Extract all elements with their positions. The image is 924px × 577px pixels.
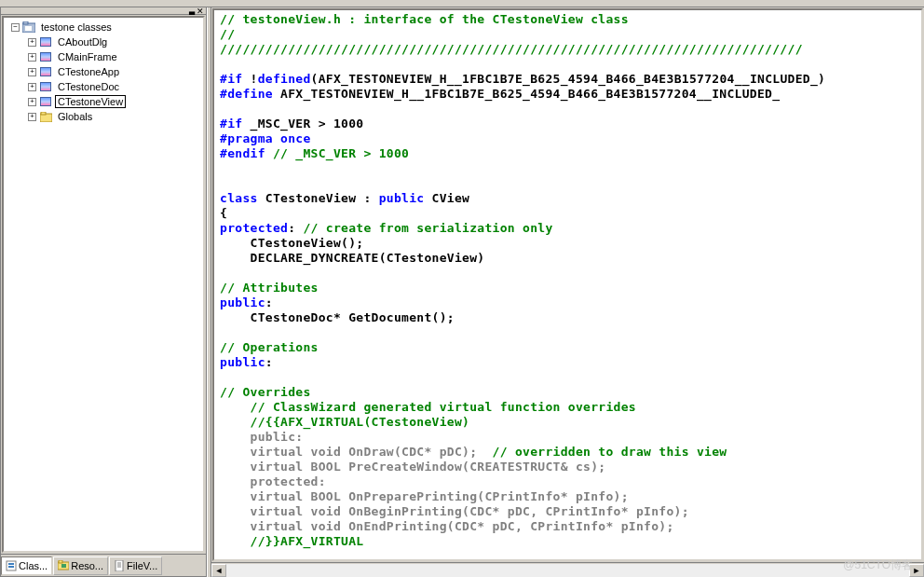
svg-rect-11 <box>116 560 123 571</box>
svg-rect-10 <box>61 564 66 568</box>
code-editor-panel: // testoneView.h : interface of the CTes… <box>211 7 924 577</box>
project-icon <box>22 21 35 33</box>
expand-icon[interactable]: + <box>28 68 36 76</box>
code-editor: // testoneView.h : interface of the CTes… <box>212 8 923 561</box>
scroll-track[interactable] <box>226 564 909 577</box>
tree-item[interactable]: +CTestoneDoc <box>6 79 203 94</box>
tab-icon <box>114 560 125 571</box>
tree-root[interactable]: − testone classes <box>6 20 203 34</box>
top-border <box>0 0 924 7</box>
collapse-icon[interactable]: − <box>11 23 20 32</box>
svg-rect-6 <box>8 563 14 565</box>
main-area: ▃ ✕ − testone classes +CAboutDlg+CMainFr… <box>0 7 924 577</box>
class-icon <box>39 51 52 62</box>
tab-label: FileV... <box>127 560 157 571</box>
tree-item[interactable]: +CTestoneApp <box>6 64 203 79</box>
class-icon <box>39 96 52 107</box>
tab-label: Reso... <box>71 560 103 571</box>
class-tree-container: − testone classes +CAboutDlg+CMainFrame+… <box>2 16 205 553</box>
folder-icon <box>39 111 52 122</box>
tab-reso[interactable]: Reso... <box>53 556 108 575</box>
svg-rect-4 <box>41 112 46 115</box>
svg-rect-9 <box>59 560 62 563</box>
tree-item-label[interactable]: CTestoneApp <box>55 65 122 78</box>
svg-rect-7 <box>8 566 14 568</box>
expand-icon[interactable]: + <box>28 53 36 62</box>
expand-icon[interactable]: + <box>28 113 36 121</box>
scroll-left-icon[interactable]: ◄ <box>211 564 226 577</box>
svg-rect-1 <box>23 21 28 24</box>
class-icon <box>39 81 52 92</box>
tree-item[interactable]: +CMainFrame <box>6 49 203 64</box>
undock-icon[interactable]: ▃ <box>189 7 195 15</box>
scroll-right-icon[interactable]: ► <box>909 564 924 577</box>
tab-icon <box>58 560 69 571</box>
class-view-panel: ▃ ✕ − testone classes +CAboutDlg+CMainFr… <box>0 7 207 577</box>
tree-item-label[interactable]: CMainFrame <box>55 50 120 63</box>
class-icon <box>39 36 52 48</box>
expand-icon[interactable]: + <box>28 98 36 106</box>
tab-clas[interactable]: Clas... <box>1 556 52 575</box>
expand-icon[interactable]: + <box>28 83 36 91</box>
close-icon[interactable]: ✕ <box>197 7 204 16</box>
tree-root-label[interactable]: testone classes <box>38 21 115 34</box>
tab-label: Clas... <box>19 560 48 571</box>
class-tree: − testone classes +CAboutDlg+CMainFrame+… <box>4 18 203 126</box>
tree-item[interactable]: +CTestoneView <box>6 94 203 109</box>
class-icon <box>39 66 52 77</box>
expand-icon[interactable]: + <box>28 38 36 47</box>
code-content[interactable]: // testoneView.h : interface of the CTes… <box>214 10 921 559</box>
panel-handle[interactable]: ▃ ✕ <box>1 7 206 15</box>
svg-rect-2 <box>25 26 32 31</box>
tree-item-label[interactable]: Globals <box>55 110 95 123</box>
tab-filev[interactable]: FileV... <box>109 556 162 575</box>
tab-icon <box>6 560 17 571</box>
tree-item-label[interactable]: CTestoneDoc <box>55 80 122 93</box>
tree-item-label[interactable]: CAboutDlg <box>55 35 110 48</box>
bottom-tabs: Clas...Reso...FileV... <box>1 554 206 576</box>
tree-item[interactable]: +Globals <box>6 109 203 124</box>
tree-item-label[interactable]: CTestoneView <box>55 95 126 108</box>
tree-item[interactable]: +CAboutDlg <box>6 34 203 49</box>
horizontal-scrollbar[interactable]: ◄ ► <box>211 562 924 577</box>
